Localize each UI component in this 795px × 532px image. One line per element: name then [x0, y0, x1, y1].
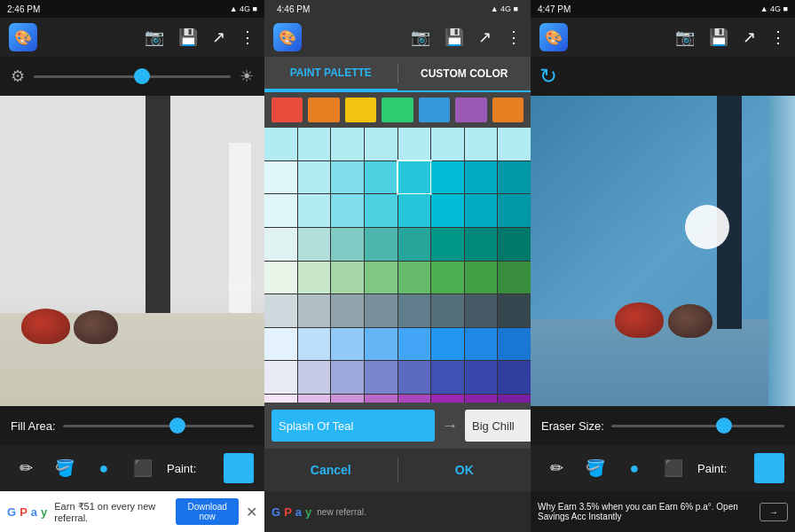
color-cell[interactable] — [431, 361, 464, 394]
swatch-blue[interactable] — [419, 98, 450, 122]
color-cell[interactable] — [398, 194, 431, 227]
color-cell[interactable] — [431, 128, 464, 160]
bucket-tool-left[interactable]: 🪣 — [50, 453, 80, 483]
share-icon-right[interactable]: ↗ — [743, 27, 756, 47]
color-cell[interactable] — [298, 228, 331, 261]
left-ad-close[interactable]: ✕ — [246, 504, 257, 520]
color-cell[interactable] — [398, 361, 431, 394]
color-cell[interactable] — [298, 361, 331, 394]
color-cell[interactable] — [465, 161, 498, 194]
paint-swatch-right[interactable] — [754, 453, 784, 483]
color-cell[interactable] — [465, 262, 498, 294]
share-icon-center[interactable]: ↗ — [478, 27, 492, 47]
circle-tool-left[interactable]: ● — [89, 453, 119, 483]
left-toolbar-icons[interactable]: 📷 💾 ↗ ⋮ — [145, 27, 256, 47]
color-cell[interactable] — [398, 262, 431, 294]
brightness-slider-left[interactable] — [34, 75, 231, 78]
menu-icon-center[interactable]: ⋮ — [506, 27, 522, 47]
camera-icon-right[interactable]: 📷 — [675, 27, 695, 47]
color-cell[interactable] — [331, 328, 364, 361]
palette-tabs[interactable]: PAINT PALETTE CUSTOM COLOR — [264, 57, 531, 92]
swatch-red[interactable] — [272, 98, 303, 122]
shape-tool-left[interactable]: ⬛ — [128, 453, 158, 483]
color-cell[interactable] — [465, 294, 498, 327]
color-cell[interactable] — [431, 161, 464, 194]
camera-icon-left[interactable]: 📷 — [145, 27, 164, 47]
color-cell[interactable] — [264, 262, 297, 294]
pencil-tool-left[interactable]: ✏ — [11, 453, 41, 483]
color-cell[interactable] — [465, 194, 498, 227]
color-cell[interactable] — [264, 328, 297, 361]
color-cell[interactable] — [431, 194, 464, 227]
color-cell[interactable] — [498, 128, 531, 160]
color-cell[interactable] — [398, 128, 431, 160]
color-cell[interactable] — [465, 395, 498, 403]
color-cell[interactable] — [498, 228, 531, 261]
color-cell[interactable] — [498, 194, 531, 227]
color-cell[interactable] — [398, 294, 431, 327]
bucket-tool-right[interactable]: 🪣 — [580, 453, 610, 483]
cancel-button[interactable]: Cancel — [264, 449, 398, 491]
fill-slider-left[interactable] — [63, 425, 254, 427]
center-toolbar-icons[interactable]: 📷 💾 ↗ ⋮ — [411, 27, 522, 47]
circle-tool-right[interactable]: ● — [619, 453, 649, 483]
right-ad-button[interactable]: → — [760, 503, 788, 521]
color-cell[interactable] — [365, 328, 398, 361]
color-cell[interactable] — [498, 161, 531, 194]
color-cell[interactable] — [298, 294, 331, 327]
share-icon-left[interactable]: ↗ — [212, 27, 225, 47]
color-cell[interactable] — [298, 128, 331, 160]
color-cell[interactable] — [264, 294, 297, 327]
color-cell[interactable] — [431, 328, 464, 361]
color-cell[interactable] — [431, 228, 464, 261]
color-cell[interactable] — [331, 395, 364, 403]
color-cell[interactable] — [331, 294, 364, 327]
color-cell[interactable] — [431, 395, 464, 403]
save-icon-right[interactable]: 💾 — [709, 27, 728, 47]
swatch-orange[interactable] — [308, 98, 339, 122]
color-cell[interactable] — [498, 294, 531, 327]
color-cell[interactable] — [465, 228, 498, 261]
selected-color-input[interactable] — [272, 410, 435, 442]
color-cell[interactable] — [398, 395, 431, 403]
color-cell[interactable] — [365, 395, 398, 403]
swatch-green[interactable] — [382, 98, 413, 122]
left-ad-download-btn[interactable]: Download now — [176, 498, 239, 525]
gear-icon-left[interactable]: ⚙ — [11, 66, 25, 86]
color-cell[interactable] — [365, 161, 398, 194]
pencil-tool-right[interactable]: ✏ — [541, 453, 571, 483]
color-cell[interactable] — [298, 262, 331, 294]
color-cell[interactable] — [264, 128, 297, 160]
menu-icon-left[interactable]: ⋮ — [240, 27, 256, 47]
color-cell[interactable] — [498, 262, 531, 294]
color-cell[interactable] — [331, 161, 364, 194]
color-cell[interactable] — [431, 294, 464, 327]
undo-button[interactable]: ↺ — [539, 64, 557, 89]
swatch-yellow[interactable] — [345, 98, 376, 122]
color-cell[interactable] — [365, 294, 398, 327]
color-cell[interactable] — [498, 361, 531, 394]
color-cell[interactable] — [431, 262, 464, 294]
color-cell[interactable] — [498, 395, 531, 403]
color-cell[interactable] — [264, 194, 297, 227]
color-cell[interactable] — [264, 395, 297, 403]
color-cell[interactable] — [331, 262, 364, 294]
color-palette-grid[interactable] — [264, 128, 531, 403]
eraser-slider[interactable] — [611, 425, 784, 427]
paint-swatch-left[interactable] — [224, 453, 254, 483]
color-cell[interactable] — [298, 328, 331, 361]
shape-tool-right[interactable]: ⬛ — [658, 453, 689, 483]
swatch-brown[interactable] — [492, 98, 523, 122]
color-cell[interactable] — [298, 194, 331, 227]
color-cell[interactable] — [398, 161, 431, 194]
save-icon-left[interactable]: 💾 — [178, 27, 198, 47]
color-cell[interactable] — [331, 228, 364, 261]
color-cell[interactable] — [365, 262, 398, 294]
color-cell[interactable] — [298, 161, 331, 194]
color-cell[interactable] — [365, 361, 398, 394]
color-cell[interactable] — [264, 161, 297, 194]
color-cell[interactable] — [465, 328, 498, 361]
color-cell[interactable] — [465, 128, 498, 160]
right-toolbar-icons[interactable]: 📷 💾 ↗ ⋮ — [675, 27, 786, 47]
color-cell[interactable] — [331, 361, 364, 394]
